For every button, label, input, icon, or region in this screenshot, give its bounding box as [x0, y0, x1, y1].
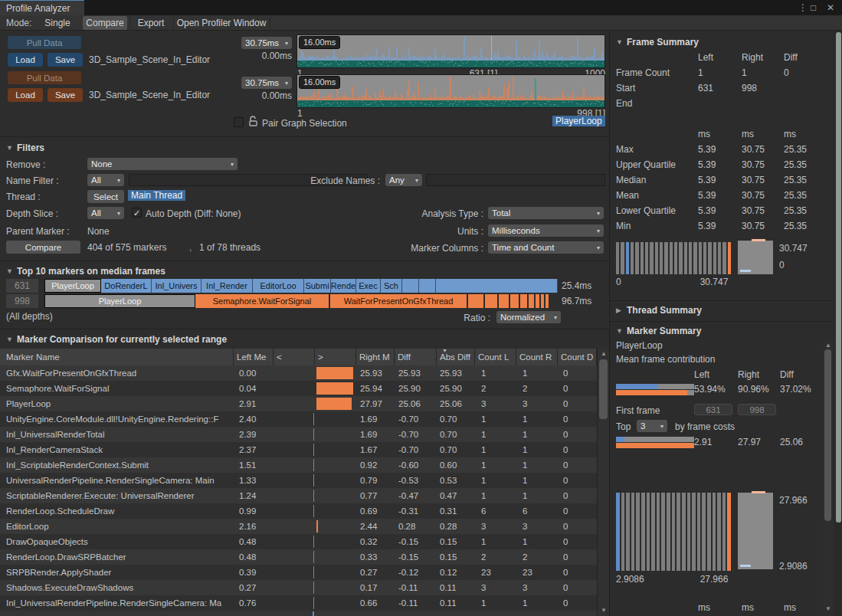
column-header-right-m[interactable]: Right M	[356, 349, 395, 365]
frame-time-graph-right[interactable]: 16.00ms	[297, 74, 605, 108]
marker-segment-editorloo[interactable]: EditorLoo	[253, 279, 304, 293]
depth-slice-dropdown[interactable]: All ▾	[87, 207, 124, 219]
marker-summary-scrollbar-thumb[interactable]	[824, 349, 831, 521]
marker-segment[interactable]	[529, 294, 534, 308]
thread-value[interactable]: Main Thread	[128, 190, 185, 201]
kebab-menu-icon[interactable]: ⋮	[798, 2, 808, 13]
marker-row[interactable]: Inl_UniversalRenderTotal2.391.69-0.700.7…	[0, 427, 597, 442]
fs-info-value: 631	[698, 83, 713, 93]
thread-select-button[interactable]: Select	[87, 190, 124, 203]
marker-row[interactable]: RenderLoop.DrawSRPBatcher0.480.33-0.150.…	[0, 549, 597, 565]
marker-segment-rende[interactable]: Rende	[331, 279, 356, 293]
marker-row[interactable]: Inl_RenderCameraStack2.371.67-0.700.7011…	[0, 442, 597, 457]
save-left-button[interactable]: Save	[48, 53, 83, 67]
marker-segment[interactable]	[436, 279, 558, 293]
marker-segment[interactable]	[419, 279, 436, 293]
collapse-icon[interactable]: ▼	[6, 144, 13, 152]
top-n-dropdown[interactable]: 3 ▾	[637, 420, 667, 432]
marker-segment[interactable]	[545, 294, 549, 308]
pull-data-left-button[interactable]: Pull Data	[8, 36, 81, 49]
column-header-count-d[interactable]: Count D	[558, 349, 597, 365]
marker-segment-waitforpresentongfxthread[interactable]: WaitForPresentOnGfxThread	[330, 294, 467, 308]
marker-segment-inl-render[interactable]: Inl_Render	[201, 279, 253, 293]
marker-segment-dorenderl[interactable]: DoRenderL	[101, 279, 152, 293]
marker-row[interactable]: PlayerLoop2.9127.9725.0625.06330	[0, 396, 597, 411]
marker-segment-sch[interactable]: Sch	[381, 279, 402, 293]
remove-dropdown[interactable]: None ▾	[87, 158, 238, 170]
first-frame-left-button[interactable]: 631	[694, 404, 732, 415]
ratio-dropdown[interactable]: Normalized ▾	[496, 311, 561, 323]
marker-columns-dropdown[interactable]: Time and Count ▾	[488, 241, 604, 254]
marker-segment[interactable]	[541, 294, 544, 308]
marker-segment[interactable]	[485, 294, 497, 308]
pair-graph-selection-checkbox[interactable]	[234, 117, 244, 127]
marker-row[interactable]: EditorLoop2.162.440.280.28330	[0, 519, 597, 534]
auto-depth-checkbox[interactable]: ✓	[132, 208, 142, 218]
panel-scrollbar-thumb[interactable]	[836, 32, 841, 523]
collapse-icon[interactable]: ▼	[6, 336, 13, 343]
column-header-count-l[interactable]: Count L	[475, 349, 516, 365]
scroll-up-icon[interactable]: ▲	[601, 350, 607, 357]
compare-button[interactable]: Compare	[6, 241, 80, 254]
marker-segment[interactable]	[510, 294, 519, 308]
marker-row[interactable]: Inl_UniversalRenderPipeline.RenderSingle…	[0, 595, 597, 611]
column-header-left-me[interactable]: Left Me	[234, 349, 274, 365]
marker-row[interactable]: RenderLoop.ScheduleDraw0.990.69-0.310.31…	[0, 503, 597, 519]
analysis-type-dropdown[interactable]: Total ▾	[488, 207, 604, 219]
frame-time-graph-left[interactable]: 16.00ms	[297, 34, 605, 68]
column-header-marker-name[interactable]: Marker Name	[0, 349, 234, 365]
collapse-icon[interactable]: ▼	[616, 327, 623, 335]
collapse-icon[interactable]: ▼	[616, 38, 623, 46]
marker-row[interactable]: UniversalRenderPipeline.RenderSingleCame…	[0, 473, 597, 488]
name-filter-mode-dropdown[interactable]: All ▾	[87, 174, 124, 186]
marker-segment-inl-univers[interactable]: Inl_Univers	[152, 279, 201, 293]
close-icon[interactable]: ✕	[827, 2, 834, 13]
pull-data-right-button[interactable]: Pull Data	[8, 71, 81, 84]
marker-segment-exec[interactable]: Exec	[356, 279, 381, 293]
first-frame-right-button[interactable]: 998	[738, 404, 776, 415]
marker-row[interactable]: ScriptableRenderer.Execute: UniversalRen…	[0, 488, 597, 503]
exclude-mode-dropdown[interactable]: Any ▾	[385, 174, 422, 186]
marker-segment[interactable]	[402, 279, 419, 293]
marker-segment[interactable]	[499, 294, 509, 308]
scroll-down-icon[interactable]: ▼	[825, 605, 831, 612]
maximize-icon[interactable]: □	[811, 2, 816, 13]
graph-selection-value[interactable]: PlayerLoop	[552, 116, 605, 126]
marker-segment[interactable]	[520, 294, 527, 308]
marker-segment[interactable]	[536, 294, 539, 308]
collapse-icon[interactable]: ▼	[6, 267, 13, 275]
marker-row[interactable]: Inl_ScriptableRenderContext.Submit1.510.…	[0, 457, 597, 473]
marker-segment[interactable]	[468, 294, 483, 308]
marker-row[interactable]: SRPBRender.ApplyShader0.390.27-0.120.122…	[0, 565, 597, 580]
fs-stat-value: 30.75	[742, 190, 765, 201]
expand-icon[interactable]: ▶	[616, 306, 621, 314]
table-scrollbar-thumb[interactable]	[599, 359, 608, 419]
top10-frame-index[interactable]: 631	[6, 279, 38, 293]
marker-row[interactable]: Shadows.ExecuteDrawShadows0.270.17-0.110…	[0, 580, 597, 595]
column-header-diff[interactable]: Diff	[395, 349, 437, 365]
marker-segment-playerloop[interactable]: PlayerLoop	[44, 279, 101, 293]
graph-left-scale-dropdown[interactable]: 30.75ms ▾	[241, 37, 292, 49]
scroll-up-icon[interactable]: ▲	[825, 342, 831, 349]
units-dropdown[interactable]: Milliseconds ▾	[488, 224, 604, 237]
marker-row[interactable]: UnityEngine.CoreModule.dll!UnityEngine.R…	[0, 411, 597, 427]
save-right-button[interactable]: Save	[48, 88, 83, 102]
scroll-down-icon[interactable]: ▼	[601, 607, 607, 614]
column-header->[interactable]: >	[315, 349, 356, 365]
column-header-<[interactable]: <	[274, 349, 315, 365]
top10-frame-index[interactable]: 998	[6, 294, 38, 308]
load-left-button[interactable]: Load	[8, 53, 43, 67]
column-header-count-r[interactable]: Count R	[516, 349, 558, 365]
marker-segment-submi[interactable]: Submi	[304, 279, 331, 293]
load-right-button[interactable]: Load	[8, 88, 43, 102]
chevron-down-icon: ▾	[660, 423, 663, 430]
exclude-names-input[interactable]	[426, 174, 605, 186]
graph-right-scale-dropdown[interactable]: 30.75ms ▾	[241, 77, 292, 89]
marker-row[interactable]: Gfx.WaitForPresentOnGfxThread0.0025.9325…	[0, 365, 597, 381]
marker-segment-playerloop[interactable]: PlayerLoop	[44, 294, 195, 308]
histogram-bar	[697, 493, 701, 571]
marker-row[interactable]: Semaphore.WaitForSignal0.0425.9425.9025.…	[0, 381, 597, 396]
marker-row[interactable]: DrawOpaqueObjects0.480.32-0.150.15110	[0, 534, 597, 549]
marker-segment-semaphore-waitforsignal[interactable]: Semaphore.WaitForSignal	[195, 294, 329, 308]
divider	[0, 329, 609, 329]
